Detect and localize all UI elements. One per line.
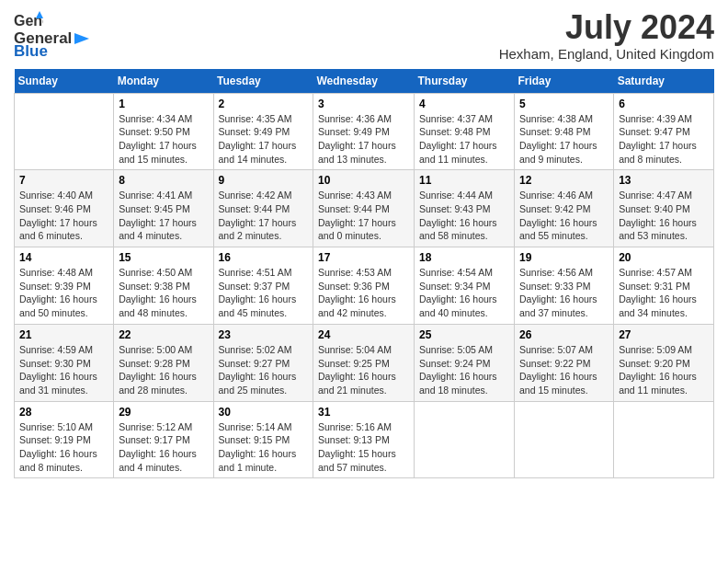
day-content: Sunrise: 5:00 AM Sunset: 9:28 PM Dayligh… [119, 343, 208, 397]
day-number: 2 [219, 98, 309, 110]
page-header: General General Blue July 2024 Hexham, E… [14, 9, 714, 62]
day-content: Sunrise: 5:12 AM Sunset: 9:17 PM Dayligh… [119, 420, 208, 475]
day-number: 5 [519, 98, 609, 110]
day-number: 12 [519, 174, 609, 187]
calendar-cell: 25Sunrise: 5:05 AM Sunset: 9:24 PM Dayli… [414, 324, 514, 401]
month-title: July 2024 [499, 9, 714, 46]
day-content: Sunrise: 4:48 AM Sunset: 9:39 PM Dayligh… [19, 266, 108, 320]
day-number: 29 [119, 406, 208, 419]
day-number: 18 [419, 251, 509, 264]
day-header-tuesday: Tuesday [213, 69, 313, 94]
header-row: SundayMondayTuesdayWednesdayThursdayFrid… [15, 69, 714, 94]
day-number: 14 [19, 251, 108, 264]
day-number: 30 [219, 406, 309, 419]
day-number: 7 [19, 174, 108, 187]
day-number: 28 [19, 406, 108, 419]
day-header-friday: Friday [514, 69, 613, 94]
day-number: 20 [619, 251, 709, 264]
day-content: Sunrise: 4:37 AM Sunset: 9:48 PM Dayligh… [419, 112, 509, 167]
calendar-cell: 26Sunrise: 5:07 AM Sunset: 9:22 PM Dayli… [514, 324, 613, 401]
day-number: 3 [318, 98, 409, 110]
day-content: Sunrise: 5:05 AM Sunset: 9:24 PM Dayligh… [419, 343, 509, 397]
day-number: 10 [318, 174, 409, 187]
day-number: 31 [318, 406, 409, 419]
day-content: Sunrise: 4:50 AM Sunset: 9:38 PM Dayligh… [119, 266, 208, 320]
title-area: July 2024 Hexham, England, United Kingdo… [499, 9, 714, 62]
day-content: Sunrise: 4:54 AM Sunset: 9:34 PM Dayligh… [419, 266, 509, 320]
calendar-cell: 5Sunrise: 4:38 AM Sunset: 9:48 PM Daylig… [514, 93, 613, 170]
day-number: 17 [318, 251, 409, 264]
day-number: 23 [219, 328, 309, 341]
calendar-cell: 10Sunrise: 4:43 AM Sunset: 9:44 PM Dayli… [313, 170, 415, 247]
day-content: Sunrise: 4:46 AM Sunset: 9:42 PM Dayligh… [519, 189, 609, 243]
day-content: Sunrise: 5:16 AM Sunset: 9:13 PM Dayligh… [318, 420, 409, 475]
week-row-5: 28Sunrise: 5:10 AM Sunset: 9:19 PM Dayli… [15, 401, 714, 478]
calendar-cell: 17Sunrise: 4:53 AM Sunset: 9:36 PM Dayli… [313, 247, 415, 325]
day-content: Sunrise: 4:42 AM Sunset: 9:44 PM Dayligh… [219, 189, 309, 243]
logo-blue: Blue [14, 42, 48, 61]
logo: General General Blue [14, 9, 92, 61]
day-content: Sunrise: 4:34 AM Sunset: 9:50 PM Dayligh… [119, 112, 208, 167]
calendar-cell: 18Sunrise: 4:54 AM Sunset: 9:34 PM Dayli… [414, 247, 514, 325]
calendar-cell: 2Sunrise: 4:35 AM Sunset: 9:49 PM Daylig… [213, 93, 313, 170]
calendar-cell: 6Sunrise: 4:39 AM Sunset: 9:47 PM Daylig… [614, 93, 714, 170]
day-content: Sunrise: 5:10 AM Sunset: 9:19 PM Dayligh… [19, 420, 108, 475]
calendar-cell: 13Sunrise: 4:47 AM Sunset: 9:40 PM Dayli… [614, 170, 714, 247]
day-number: 9 [219, 174, 309, 187]
day-number: 25 [419, 328, 509, 341]
day-content: Sunrise: 5:14 AM Sunset: 9:15 PM Dayligh… [219, 420, 309, 475]
day-content: Sunrise: 4:57 AM Sunset: 9:31 PM Dayligh… [619, 266, 709, 320]
calendar-cell: 21Sunrise: 4:59 AM Sunset: 9:30 PM Dayli… [15, 324, 114, 401]
day-number: 6 [619, 98, 709, 110]
day-content: Sunrise: 4:40 AM Sunset: 9:46 PM Dayligh… [19, 189, 108, 243]
day-header-saturday: Saturday [614, 69, 714, 94]
day-number: 13 [619, 174, 709, 187]
week-row-1: 1Sunrise: 4:34 AM Sunset: 9:50 PM Daylig… [15, 93, 714, 170]
calendar-cell [514, 401, 613, 478]
day-content: Sunrise: 4:35 AM Sunset: 9:49 PM Dayligh… [219, 112, 309, 167]
day-content: Sunrise: 4:38 AM Sunset: 9:48 PM Dayligh… [519, 112, 609, 167]
day-number: 22 [119, 328, 208, 341]
day-number: 16 [219, 251, 309, 264]
day-content: Sunrise: 4:53 AM Sunset: 9:36 PM Dayligh… [318, 266, 409, 320]
calendar-cell: 16Sunrise: 4:51 AM Sunset: 9:37 PM Dayli… [213, 247, 313, 325]
day-header-sunday: Sunday [15, 69, 114, 94]
day-number: 19 [519, 251, 609, 264]
day-number: 8 [119, 174, 208, 187]
calendar-cell: 20Sunrise: 4:57 AM Sunset: 9:31 PM Dayli… [614, 247, 714, 325]
day-header-thursday: Thursday [414, 69, 514, 94]
calendar-cell: 28Sunrise: 5:10 AM Sunset: 9:19 PM Dayli… [15, 401, 114, 478]
calendar-cell: 23Sunrise: 5:02 AM Sunset: 9:27 PM Dayli… [213, 324, 313, 401]
day-content: Sunrise: 4:56 AM Sunset: 9:33 PM Dayligh… [519, 266, 609, 320]
day-number: 26 [519, 328, 609, 341]
calendar-cell: 29Sunrise: 5:12 AM Sunset: 9:17 PM Dayli… [114, 401, 213, 478]
day-number: 21 [19, 328, 108, 341]
day-content: Sunrise: 5:02 AM Sunset: 9:27 PM Dayligh… [219, 343, 309, 397]
day-header-wednesday: Wednesday [313, 69, 415, 94]
calendar-cell: 11Sunrise: 4:44 AM Sunset: 9:43 PM Dayli… [414, 170, 514, 247]
day-number: 1 [119, 98, 208, 110]
calendar-cell: 12Sunrise: 4:46 AM Sunset: 9:42 PM Dayli… [514, 170, 613, 247]
day-content: Sunrise: 5:09 AM Sunset: 9:20 PM Dayligh… [619, 343, 709, 397]
week-row-2: 7Sunrise: 4:40 AM Sunset: 9:46 PM Daylig… [15, 170, 714, 247]
day-number: 4 [419, 98, 509, 110]
calendar-cell: 4Sunrise: 4:37 AM Sunset: 9:48 PM Daylig… [414, 93, 514, 170]
calendar-cell: 7Sunrise: 4:40 AM Sunset: 9:46 PM Daylig… [15, 170, 114, 247]
calendar-cell: 31Sunrise: 5:16 AM Sunset: 9:13 PM Dayli… [313, 401, 415, 478]
calendar-cell: 19Sunrise: 4:56 AM Sunset: 9:33 PM Dayli… [514, 247, 613, 325]
day-content: Sunrise: 5:07 AM Sunset: 9:22 PM Dayligh… [519, 343, 609, 397]
calendar-cell [414, 401, 514, 478]
day-content: Sunrise: 4:59 AM Sunset: 9:30 PM Dayligh… [19, 343, 108, 397]
calendar-cell: 24Sunrise: 5:04 AM Sunset: 9:25 PM Dayli… [313, 324, 415, 401]
calendar-cell: 1Sunrise: 4:34 AM Sunset: 9:50 PM Daylig… [114, 93, 213, 170]
day-number: 15 [119, 251, 208, 264]
day-content: Sunrise: 4:41 AM Sunset: 9:45 PM Dayligh… [119, 189, 208, 243]
day-content: Sunrise: 4:39 AM Sunset: 9:47 PM Dayligh… [619, 112, 709, 167]
calendar-cell: 15Sunrise: 4:50 AM Sunset: 9:38 PM Dayli… [114, 247, 213, 325]
day-content: Sunrise: 4:43 AM Sunset: 9:44 PM Dayligh… [318, 189, 409, 243]
day-content: Sunrise: 4:44 AM Sunset: 9:43 PM Dayligh… [419, 189, 509, 243]
day-header-monday: Monday [114, 69, 213, 94]
calendar-cell: 9Sunrise: 4:42 AM Sunset: 9:44 PM Daylig… [213, 170, 313, 247]
calendar-table: SundayMondayTuesdayWednesdayThursdayFrid… [14, 69, 714, 479]
calendar-cell: 14Sunrise: 4:48 AM Sunset: 9:39 PM Dayli… [15, 247, 114, 325]
